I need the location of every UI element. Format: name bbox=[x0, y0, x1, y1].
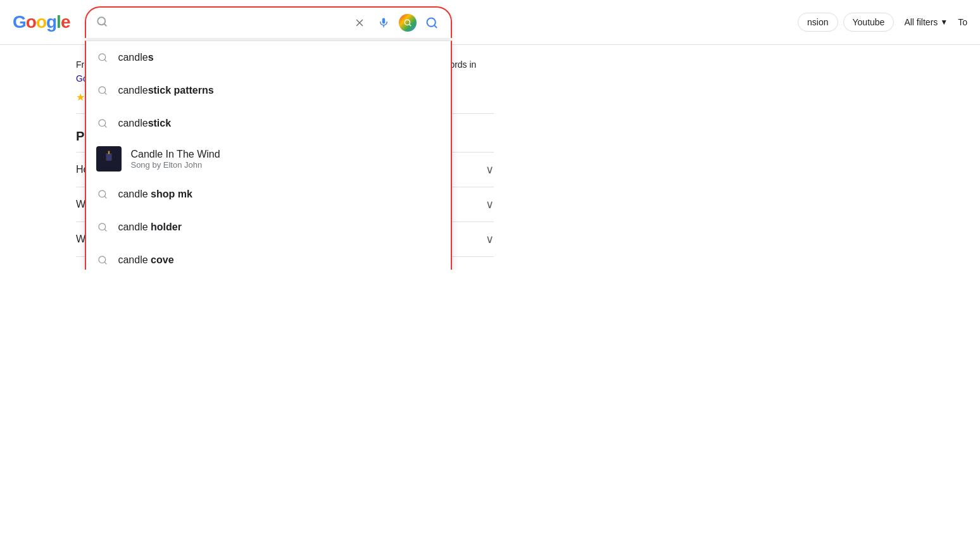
star-1: ★ bbox=[76, 91, 85, 103]
clear-button[interactable] bbox=[351, 14, 368, 32]
autocomplete-item-candlestick[interactable]: candlestick bbox=[86, 107, 451, 140]
search-submit-button[interactable] bbox=[423, 14, 441, 32]
svg-point-6 bbox=[405, 20, 410, 25]
autocomplete-dropdown: candles candlestick patterns candlestick bbox=[85, 41, 452, 270]
autocomplete-text: candle cove bbox=[118, 254, 173, 266]
autocomplete-item-candles[interactable]: candles bbox=[86, 41, 451, 74]
autocomplete-item-candle-holder[interactable]: candle holder bbox=[86, 211, 451, 244]
search-icon bbox=[96, 255, 109, 265]
thumbnail-candle-wind bbox=[96, 146, 122, 172]
search-icon bbox=[96, 189, 109, 199]
svg-line-1 bbox=[104, 23, 106, 25]
filter-chip-youtube[interactable]: Youtube bbox=[843, 13, 895, 32]
autocomplete-text: candle shop mk bbox=[118, 189, 192, 200]
search-icon-left bbox=[96, 16, 108, 30]
svg-point-19 bbox=[108, 151, 110, 153]
autocomplete-text-block: Candle In The Wind Song by Elton John bbox=[130, 149, 220, 170]
svg-line-7 bbox=[410, 25, 411, 27]
svg-line-15 bbox=[105, 125, 107, 127]
chevron-down-icon: ▼ bbox=[940, 18, 948, 27]
svg-line-23 bbox=[105, 229, 107, 231]
filter-all[interactable]: All filters ▼ bbox=[899, 13, 953, 31]
google-logo: Google bbox=[13, 12, 70, 32]
autocomplete-title: Candle In The Wind bbox=[130, 149, 220, 160]
lens-button[interactable] bbox=[399, 14, 417, 32]
chevron-down-icon-1: ∨ bbox=[486, 163, 494, 177]
svg-line-13 bbox=[105, 92, 107, 94]
search-icon bbox=[96, 222, 109, 232]
chevron-down-icon-2: ∨ bbox=[486, 197, 494, 211]
chevron-down-icon-3: ∨ bbox=[486, 232, 494, 246]
svg-rect-17 bbox=[106, 153, 112, 161]
search-input-wrapper: candle bbox=[85, 6, 452, 38]
autocomplete-item-candle-cove[interactable]: candle cove bbox=[86, 244, 451, 270]
autocomplete-text: candlestick patterns bbox=[118, 85, 213, 96]
search-icon bbox=[96, 53, 109, 63]
to-label: To bbox=[958, 17, 967, 27]
search-icon bbox=[96, 85, 109, 96]
svg-line-9 bbox=[434, 25, 437, 28]
header-filters: nsion Youtube All filters ▼ To bbox=[798, 13, 967, 32]
autocomplete-item-candlestick-patterns[interactable]: candlestick patterns bbox=[86, 74, 451, 107]
autocomplete-subtitle: Song by Elton John bbox=[130, 160, 220, 170]
autocomplete-text: candlestick bbox=[118, 118, 171, 129]
autocomplete-text: candles bbox=[118, 52, 153, 63]
svg-rect-4 bbox=[382, 18, 386, 24]
search-input[interactable]: candle bbox=[115, 16, 343, 30]
all-filters-label: All filters bbox=[904, 17, 938, 27]
svg-line-21 bbox=[105, 196, 107, 198]
filter-chip-extension[interactable]: nsion bbox=[798, 13, 838, 32]
autocomplete-item-candle-in-the-wind[interactable]: Candle In The Wind Song by Elton John bbox=[86, 140, 451, 178]
svg-line-25 bbox=[105, 262, 107, 264]
mic-button[interactable] bbox=[375, 14, 393, 32]
autocomplete-item-candle-shop-mk[interactable]: candle shop mk bbox=[86, 178, 451, 211]
search-bar-container: candle bbox=[85, 6, 452, 38]
search-icon bbox=[96, 118, 109, 128]
svg-line-11 bbox=[105, 59, 107, 61]
header: Google candle bbox=[0, 0, 980, 45]
autocomplete-text: candle holder bbox=[118, 222, 181, 233]
